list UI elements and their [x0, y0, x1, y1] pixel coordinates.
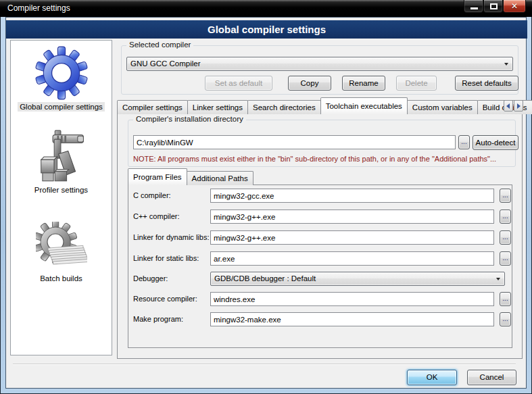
- resource-compiler-label: Resource compiler:: [133, 292, 197, 306]
- selected-compiler-group-label: Selected compiler: [126, 41, 193, 49]
- tab-toolchain-executables[interactable]: Toolchain executables: [320, 97, 408, 114]
- tab-scroll-right-button[interactable]: [514, 100, 523, 112]
- copy-button[interactable]: Copy: [288, 76, 331, 91]
- cancel-button[interactable]: Cancel: [467, 370, 516, 385]
- cpp-compiler-browse-button[interactable]: ...: [500, 210, 511, 224]
- sidebar-item-global-compiler-settings[interactable]: Global compiler settings: [11, 46, 112, 112]
- gear-papers-icon: [36, 222, 87, 272]
- set-as-default-button[interactable]: Set as default: [205, 76, 272, 91]
- make-program-browse-button[interactable]: ...: [500, 312, 511, 326]
- tab-scroll-left-button[interactable]: [504, 100, 513, 112]
- rename-button[interactable]: Rename: [342, 76, 385, 91]
- static-linker-input[interactable]: [210, 251, 494, 266]
- debugger-select-value: GDB/CDB debugger : Default: [214, 274, 316, 282]
- cpp-compiler-label: C++ compiler:: [133, 210, 179, 224]
- window-title: Compiler settings: [7, 3, 70, 13]
- c-compiler-browse-button[interactable]: ...: [500, 189, 511, 203]
- arrow-right-icon: [517, 103, 521, 109]
- chevron-down-icon: [504, 63, 508, 66]
- auto-detect-button[interactable]: Auto-detect: [473, 135, 518, 150]
- settings-category-list: Global compiler settings: [10, 40, 112, 355]
- installation-directory-group-label: Compiler's installation directory: [133, 115, 246, 123]
- close-button[interactable]: ✕: [503, 0, 526, 13]
- sidebar-item-label: Global compiler settings: [18, 102, 105, 112]
- sidebar-item-batch-builds[interactable]: Batch builds: [11, 222, 112, 283]
- installation-directory-input[interactable]: [133, 135, 456, 149]
- maximize-button[interactable]: [483, 0, 503, 13]
- dialog-body: Global compiler settings: [5, 17, 527, 389]
- caliper-tool-icon: [35, 129, 88, 183]
- chevron-down-icon: [496, 278, 500, 280]
- tab-compiler-settings[interactable]: Compiler settings: [117, 100, 188, 114]
- dynamic-linker-label: Linker for dynamic libs:: [133, 230, 210, 245]
- debugger-label: Debugger:: [133, 272, 168, 286]
- tab-scroll-arrows: [504, 100, 523, 112]
- tab-linker-settings[interactable]: Linker settings: [187, 100, 248, 114]
- compiler-select[interactable]: GNU GCC Compiler: [126, 57, 513, 71]
- tab-search-directories[interactable]: Search directories: [247, 100, 321, 114]
- window-titlebar[interactable]: Compiler settings: [0, 0, 532, 17]
- make-program-label: Make program:: [133, 312, 183, 326]
- arrow-left-icon: [506, 103, 510, 109]
- resource-compiler-browse-button[interactable]: ...: [500, 292, 511, 306]
- installation-directory-browse-button[interactable]: ...: [458, 135, 470, 149]
- dynamic-linker-input[interactable]: [210, 230, 494, 245]
- installation-note: NOTE: All programs must exist either in …: [133, 155, 496, 163]
- minimize-icon: [470, 7, 478, 9]
- sidebar-item-label: Batch builds: [38, 274, 84, 283]
- static-linker-browse-button[interactable]: ...: [500, 251, 511, 266]
- minimize-button[interactable]: [464, 0, 483, 13]
- subtab-program-files[interactable]: Program Files: [128, 168, 187, 185]
- cpp-compiler-input[interactable]: [210, 210, 494, 224]
- close-icon: ✕: [504, 1, 525, 11]
- tab-custom-variables[interactable]: Custom variables: [407, 100, 478, 114]
- static-linker-label: Linker for static libs:: [133, 251, 199, 266]
- reset-defaults-button[interactable]: Reset defaults: [455, 76, 518, 91]
- make-program-input[interactable]: [210, 312, 494, 326]
- toolchain-subtabbar: Program Files Additional Paths: [128, 171, 253, 185]
- maximize-icon: [490, 3, 498, 9]
- delete-button[interactable]: Delete: [396, 76, 437, 91]
- c-compiler-label: C compiler:: [133, 189, 171, 203]
- resource-compiler-input[interactable]: [210, 292, 494, 306]
- settings-tabbar: Compiler settings Linker settings Search…: [117, 99, 532, 114]
- page-title: Global compiler settings: [6, 20, 527, 39]
- c-compiler-input[interactable]: [210, 189, 494, 203]
- footer-separator: [13, 364, 516, 365]
- sidebar-item-profiler-settings[interactable]: Profiler settings: [11, 129, 112, 195]
- blue-gear-icon: [34, 46, 89, 100]
- subtab-additional-paths[interactable]: Additional Paths: [187, 171, 253, 185]
- ok-button[interactable]: OK: [407, 370, 457, 385]
- debugger-select[interactable]: GDB/CDB debugger : Default: [210, 272, 505, 286]
- sidebar-item-label: Profiler settings: [32, 185, 90, 195]
- dynamic-linker-browse-button[interactable]: ...: [500, 230, 511, 245]
- compiler-select-value: GNU GCC Compiler: [130, 59, 201, 68]
